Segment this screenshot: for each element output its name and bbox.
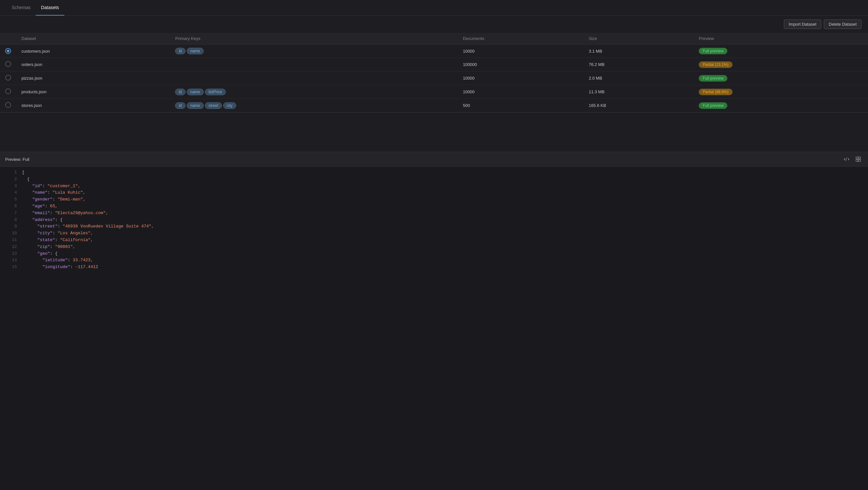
- dataset-name: orders.json: [16, 58, 170, 71]
- primary-keys-cell: [170, 71, 458, 85]
- primary-keys-cell: idname: [170, 44, 458, 58]
- line-content: "state": "California",: [22, 237, 863, 244]
- line-number: 2: [5, 176, 17, 183]
- line-number: 7: [5, 210, 17, 217]
- top-navigation: Schemas Datasets: [0, 0, 868, 16]
- line-number: 15: [5, 264, 17, 271]
- datasets-table-container: Dataset Primary Keys Documents Size Prev…: [0, 33, 868, 113]
- line-number: 4: [5, 189, 17, 196]
- code-line: 7 "email": "Electa29@yahoo.com",: [0, 210, 868, 217]
- row-radio-1[interactable]: [5, 61, 11, 67]
- tab-datasets[interactable]: Datasets: [36, 0, 64, 16]
- line-content: "address": {: [22, 217, 863, 223]
- preview-badge: Partial (88.8%): [699, 89, 732, 95]
- line-content: "longitude": -117.4412: [22, 264, 863, 271]
- primary-key-tag: city: [223, 102, 236, 109]
- code-line: 13 "geo": {: [0, 250, 868, 257]
- primary-key-tag: street: [205, 102, 222, 109]
- dataset-name: products.json: [16, 85, 170, 99]
- table-row[interactable]: customers.jsonidname100003.1 MBFull prev…: [0, 44, 868, 58]
- line-content: "id": "customer_1",: [22, 183, 863, 190]
- table-row[interactable]: products.jsonidnamelistPrice1000011.3 MB…: [0, 85, 868, 99]
- grid-view-button[interactable]: [854, 155, 863, 164]
- line-content: "email": "Electa29@yahoo.com",: [22, 210, 863, 217]
- line-number: 14: [5, 257, 17, 264]
- svg-rect-3: [859, 159, 861, 161]
- dataset-size: 165.6 KB: [583, 99, 693, 113]
- grid-icon: [856, 157, 861, 162]
- primary-key-tag: name: [187, 102, 204, 109]
- primary-keys-cell: idnamelistPrice: [170, 85, 458, 99]
- code-line: 12 "zip": "90001",: [0, 244, 868, 250]
- datasets-table: Dataset Primary Keys Documents Size Prev…: [0, 33, 868, 113]
- line-content: "latitude": 33.7423,: [22, 257, 863, 264]
- preview-title: Preview: Full: [5, 157, 29, 162]
- primary-key-tag: name: [187, 89, 204, 95]
- col-header-size: Size: [583, 33, 693, 44]
- line-number: 6: [5, 203, 17, 210]
- table-row[interactable]: stores.jsonidnamestreetcity500165.6 KBFu…: [0, 99, 868, 113]
- table-row[interactable]: pizzas.json100002.0 MBFull preview: [0, 71, 868, 85]
- dataset-name: pizzas.json: [16, 71, 170, 85]
- delete-dataset-button[interactable]: Delete Dataset: [824, 20, 862, 29]
- row-radio-3[interactable]: [5, 88, 11, 94]
- preview-badge: Full preview: [699, 75, 727, 82]
- preview-cell: Full preview: [693, 44, 868, 58]
- col-header-select: [0, 33, 16, 44]
- primary-key-tag: listPrice: [205, 89, 226, 95]
- preview-badge: Full preview: [699, 102, 727, 109]
- code-line: 14 "latitude": 33.7423,: [0, 257, 868, 264]
- col-header-dataset: Dataset: [16, 33, 170, 44]
- table-row[interactable]: orders.json10000076.2 MBPartial (13.1%): [0, 58, 868, 71]
- preview-cell: Full preview: [693, 99, 868, 113]
- primary-key-tag: name: [187, 48, 204, 54]
- line-content: "age": 65,: [22, 203, 863, 210]
- preview-cell: Partial (13.1%): [693, 58, 868, 71]
- line-content: "city": "Los Angeles",: [22, 230, 863, 237]
- row-radio-4[interactable]: [5, 102, 11, 108]
- code-view-button[interactable]: [842, 155, 851, 164]
- code-line: 8 "address": {: [0, 217, 868, 223]
- dataset-name: stores.json: [16, 99, 170, 113]
- primary-keys-cell: idnamestreetcity: [170, 99, 458, 113]
- documents-count: 10000: [458, 85, 583, 99]
- preview-cell: Full preview: [693, 71, 868, 85]
- primary-key-tag: id: [175, 48, 185, 54]
- line-number: 5: [5, 196, 17, 203]
- preview-panel: Preview: Full 1[2 {3 "id": "customer_1",…: [0, 152, 868, 490]
- code-line: 9 "street": "46938 VonRueden Village Sui…: [0, 223, 868, 230]
- empty-space: [0, 113, 868, 152]
- code-icon: [844, 157, 849, 162]
- code-view-content: 1[2 {3 "id": "customer_1",4 "name": "Lul…: [0, 167, 868, 490]
- toolbar: Import Dataset Delete Dataset: [0, 16, 868, 33]
- svg-rect-2: [856, 159, 858, 161]
- dataset-name: customers.json: [16, 44, 170, 58]
- line-content: {: [22, 176, 863, 183]
- dataset-size: 2.0 MB: [583, 71, 693, 85]
- line-number: 10: [5, 230, 17, 237]
- line-content: "geo": {: [22, 250, 863, 257]
- line-number: 1: [5, 169, 17, 176]
- line-number: 9: [5, 223, 17, 230]
- code-line: 15 "longitude": -117.4412: [0, 264, 868, 271]
- dataset-size: 3.1 MB: [583, 44, 693, 58]
- primary-key-tag: id: [175, 89, 185, 95]
- code-line: 10 "city": "Los Angeles",: [0, 230, 868, 237]
- line-number: 11: [5, 237, 17, 244]
- documents-count: 500: [458, 99, 583, 113]
- preview-badge: Partial (13.1%): [699, 61, 732, 68]
- preview-badge: Full preview: [699, 48, 727, 54]
- line-number: 8: [5, 217, 17, 223]
- preview-icon-buttons: [842, 155, 863, 164]
- row-radio-0[interactable]: [5, 48, 11, 54]
- svg-rect-1: [859, 157, 861, 159]
- dataset-size: 11.3 MB: [583, 85, 693, 99]
- code-line: 3 "id": "customer_1",: [0, 183, 868, 190]
- col-header-documents: Documents: [458, 33, 583, 44]
- import-dataset-button[interactable]: Import Dataset: [784, 20, 821, 29]
- code-line: 4 "name": "Lula Kuhic",: [0, 189, 868, 196]
- row-radio-2[interactable]: [5, 75, 11, 81]
- code-line: 2 {: [0, 176, 868, 183]
- tab-schemas[interactable]: Schemas: [6, 0, 36, 16]
- line-number: 3: [5, 183, 17, 190]
